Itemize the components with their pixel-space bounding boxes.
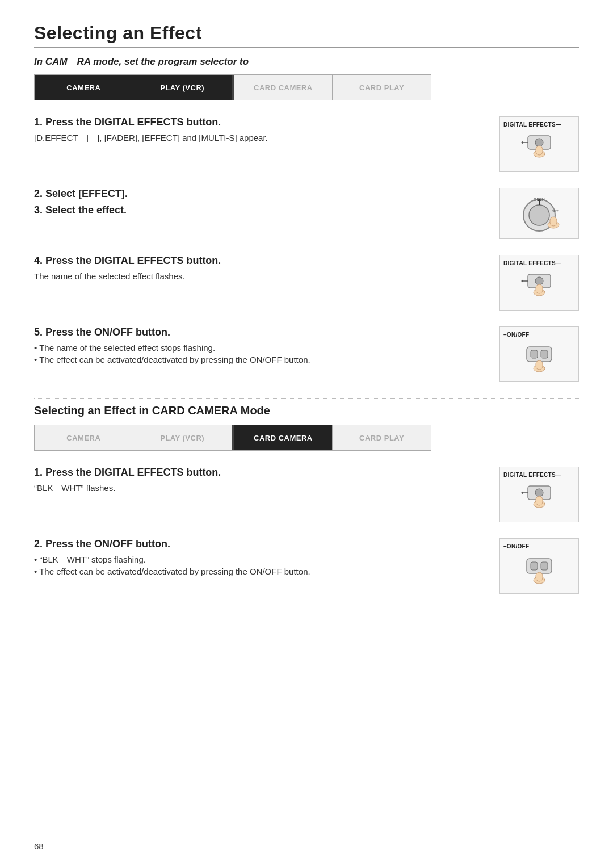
step-1-1: 1. Press the DIGITAL EFFECTS button. [D.… xyxy=(34,116,579,172)
svg-rect-28 xyxy=(536,496,543,505)
step-1-1-text: 1. Press the DIGITAL EFFECTS button. [D.… xyxy=(34,116,499,142)
section1-mode-bar: CAMERA PLAY (VCR) CARD CAMERA CARD PLAY xyxy=(34,74,431,100)
mode-btn-camera[interactable]: CAMERA xyxy=(35,75,133,100)
svg-rect-32 xyxy=(531,562,538,570)
svg-rect-33 xyxy=(541,562,548,570)
mode-btn-card-play[interactable]: CARD PLAY xyxy=(333,75,431,100)
section2-mode-btn-card-play[interactable]: CARD PLAY xyxy=(333,425,431,450)
digital-effects-icon-3 xyxy=(511,480,568,517)
step-1-5-bullet-2: The effect can be activated/deactivated … xyxy=(34,355,482,364)
step-1-5-desc: The name of the selected effect stops fl… xyxy=(34,343,482,364)
step-2-2-bullet-2: The effect can be activated/deactivated … xyxy=(34,567,482,576)
step-1-1-title: 1. Press the DIGITAL EFFECTS button. xyxy=(34,116,482,128)
step-1-4-title: 4. Press the DIGITAL EFFECTS button. xyxy=(34,255,482,267)
step-1-1-desc: [D.EFFECT | ], [FADER], [EFFECT] and [MU… xyxy=(34,133,482,142)
step-1-5-bullet-1: The name of the selected effect stops fl… xyxy=(34,343,482,353)
svg-text:OPEN: OPEN xyxy=(534,198,545,202)
section2-title: Selecting an Effect in CARD CAMERA Mode xyxy=(34,404,579,420)
svg-rect-13 xyxy=(550,217,557,226)
step-1-23-title-b: 3. Select the effect. xyxy=(34,204,482,216)
svg-point-7 xyxy=(529,205,549,225)
svg-rect-24 xyxy=(536,360,543,370)
step-1-4-desc: The name of the selected effect flashes. xyxy=(34,271,482,281)
dial-icon: OPEN SET xyxy=(511,195,568,232)
step-2-2-text: 2. Press the ON/OFF button. “BLK WHT” st… xyxy=(34,538,499,578)
step-1-23: 2. Select [EFFECT]. 3. Select the effect… xyxy=(34,188,579,239)
digital-effects-icon-1 xyxy=(511,130,568,167)
step-2-1-img-label: DIGITAL EFFECTS— xyxy=(503,472,561,478)
step-2-2-title: 2. Press the ON/OFF button. xyxy=(34,538,482,550)
step-1-5-title: 5. Press the ON/OFF button. xyxy=(34,326,482,338)
step-1-23-title-a: 2. Select [EFFECT]. xyxy=(34,188,482,200)
step-2-1-title: 1. Press the DIGITAL EFFECTS button. xyxy=(34,467,482,479)
svg-marker-5 xyxy=(521,141,523,144)
step-2-1-image: DIGITAL EFFECTS— xyxy=(499,467,579,522)
step-1-23-text: 2. Select [EFFECT]. 3. Select the effect… xyxy=(34,188,499,221)
section2-mode-btn-play-vcr[interactable]: PLAY (VCR) xyxy=(133,425,232,450)
svg-rect-3 xyxy=(536,146,543,155)
svg-text:SET: SET xyxy=(552,209,559,213)
step-2-2-img-label: –ON/OFF xyxy=(503,543,529,550)
subtitle: In CAM RA mode, set the program seleсtor… xyxy=(34,56,579,68)
svg-rect-17 xyxy=(536,284,543,293)
svg-marker-19 xyxy=(521,279,523,283)
section2-mode-bar: CAMERA PLAY (VCR) CARD CAMERA CARD PLAY xyxy=(34,425,431,451)
svg-rect-22 xyxy=(541,350,548,358)
onoff-icon-2 xyxy=(511,552,568,589)
step-1-4-text: 4. Press the DIGITAL EFFECTS button. The… xyxy=(34,255,499,281)
page-title: Selecting an Effect xyxy=(34,23,579,48)
step-2-1: 1. Press the DIGITAL EFFECTS button. “BL… xyxy=(34,467,579,522)
section2-mode-btn-camera[interactable]: CAMERA xyxy=(35,425,133,450)
mode-btn-card-camera[interactable]: CARD CAMERA xyxy=(234,75,333,100)
step-2-2-image: –ON/OFF xyxy=(499,538,579,594)
step-2-1-text: 1. Press the DIGITAL EFFECTS button. “BL… xyxy=(34,467,499,493)
mode-btn-play-vcr[interactable]: PLAY (VCR) xyxy=(133,75,232,100)
step-1-4-image: DIGITAL EFFECTS— xyxy=(499,255,579,311)
step-1-4: 4. Press the DIGITAL EFFECTS button. The… xyxy=(34,255,579,311)
step-1-5-img-label: –ON/OFF xyxy=(503,332,529,338)
step-2-2: 2. Press the ON/OFF button. “BLK WHT” st… xyxy=(34,538,579,594)
digital-effects-icon-2 xyxy=(511,269,568,305)
step-2-2-bullet-1: “BLK WHT” stops flashing. xyxy=(34,555,482,564)
step-1-23-image: OPEN SET xyxy=(499,188,579,239)
svg-point-1 xyxy=(535,139,543,146)
step-2-2-desc: “BLK WHT” stops flashing. The effect can… xyxy=(34,555,482,576)
svg-point-15 xyxy=(535,277,543,285)
svg-rect-21 xyxy=(531,350,538,358)
svg-point-26 xyxy=(535,489,543,497)
step-1-1-img-label: DIGITAL EFFECTS— xyxy=(503,121,561,128)
section-divider xyxy=(34,398,579,399)
svg-marker-30 xyxy=(521,491,523,494)
step-1-1-image: DIGITAL EFFECTS— xyxy=(499,116,579,172)
step-1-5-text: 5. Press the ON/OFF button. The name of … xyxy=(34,326,499,367)
step-1-5-image: –ON/OFF xyxy=(499,326,579,382)
page-number: 68 xyxy=(34,841,44,851)
svg-rect-35 xyxy=(536,572,543,581)
step-1-5: 5. Press the ON/OFF button. The name of … xyxy=(34,326,579,382)
onoff-icon-1 xyxy=(511,340,568,377)
section2-mode-btn-card-camera[interactable]: CARD CAMERA xyxy=(234,425,333,450)
step-1-4-img-label: DIGITAL EFFECTS— xyxy=(503,260,561,266)
step-2-1-desc: “BLK WHT” flashes. xyxy=(34,483,482,493)
